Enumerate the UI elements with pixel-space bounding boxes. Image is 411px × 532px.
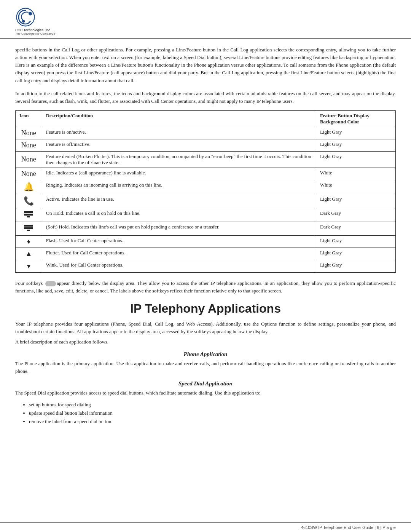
bullet-item: remove the label from a speed dial butto… [29,417,396,426]
table-desc-cell: Flash. Used for Call Center operations. [42,235,316,248]
table-icon-cell: ▲ [16,248,42,260]
table-header-description: Description/Condition [42,110,316,127]
logo-icon [15,7,36,27]
table-desc-cell: (Soft) Hold. Indicates this line's call … [42,222,316,235]
phone-app-title: Phone Application [15,351,396,358]
table-icon-cell: None [16,168,42,180]
hold-icon [23,212,34,219]
intro-paragraph-2: In addition to the call-related icons an… [15,90,396,105]
table-desc-cell: Feature is on/active. [42,127,316,139]
table-row: On Hold. Indicates a call is on hold on … [16,208,396,222]
section-intro: Your IP telephone provides four applicat… [15,320,396,335]
table-row: None Idle. Indicates a (call appearance)… [16,168,396,180]
table-color-cell: Light Gray [316,151,395,168]
svg-rect-6 [24,225,33,227]
svg-rect-8 [27,230,30,231]
table-color-cell: Light Gray [316,127,395,139]
speed-dial-bullets: set up buttons for speed dialing update … [29,401,396,426]
svg-rect-5 [27,216,30,217]
table-color-cell: Light Gray [316,139,395,151]
flutter-icon: ▲ [25,250,32,257]
wink-icon: ▾ [27,262,30,270]
table-row: (Soft) Hold. Indicates this line's call … [16,222,396,235]
page: CCC Technologies, Inc. The Convergence C… [0,0,411,532]
table-icon-cell [16,208,42,222]
table-row: 📞 Active. Indicates the line is in use. … [16,194,396,208]
softkey-paragraph: Four softkeys appear directly below the … [15,280,396,295]
table-color-cell: Dark Gray [316,208,395,222]
softkey-button-icon [45,281,56,286]
svg-point-2 [22,20,25,22]
logo-area: CCC Technologies, Inc. The Convergence C… [15,7,56,35]
footer-text: 4610SW IP Telephone End User Guide | 6 |… [301,525,396,530]
intro-paragraph-1: specific buttons in the Call Log or othe… [15,46,396,85]
table-desc-cell: Active. Indicates the line is in use. [42,194,316,208]
main-content: specific buttons in the Call Log or othe… [0,39,411,522]
table-desc-cell: Wink. Used for Call Center operations. [42,260,316,272]
bullet-item: update speed dial button label informati… [29,409,396,417]
phone-app-text: The Phone application is the primary app… [15,360,396,375]
table-icon-cell: 🔔 [16,180,42,194]
svg-rect-4 [24,214,33,216]
table-desc-cell: On Hold. Indicates a call is on hold on … [42,208,316,222]
table-icon-cell [16,222,42,235]
phone-active-icon: 📞 [24,196,34,206]
table-color-cell: Light Gray [316,194,395,208]
table-row: None Feature is on/active. Light Gray [16,127,396,139]
svg-rect-3 [24,211,33,213]
speed-dial-app-title: Speed Dial Application [15,380,396,387]
table-color-cell: Light Gray [316,260,395,272]
table-color-cell: White [316,180,395,194]
table-color-cell: Light Gray [316,235,395,248]
table-icon-cell: ▾ [16,260,42,272]
speed-dial-application-section: Speed Dial Application The Speed Dial ap… [15,380,396,426]
feature-table: Icon Description/Condition Feature Butto… [15,110,396,273]
soft-hold-icon [23,225,34,233]
diamond-icon: ♦ [27,238,30,245]
phone-application-section: Phone Application The Phone application … [15,351,396,375]
table-desc-cell: Feature denied (Broken Flutter). This is… [42,151,316,168]
table-row: ▾ Wink. Used for Call Center operations.… [16,260,396,272]
table-row: None Feature is off/inactive. Light Gray [16,139,396,151]
section-title: IP Telephony Applications [15,302,396,316]
svg-point-1 [29,12,32,16]
logo-tagline: The Convergence Company's [15,32,56,35]
table-color-cell: Light Gray [316,248,395,260]
svg-rect-7 [24,227,33,229]
table-desc-cell: Feature is off/inactive. [42,139,316,151]
speed-dial-app-text: The Speed Dial application provides acce… [15,389,396,397]
table-icon-cell: None [16,139,42,151]
table-icon-cell: ♦ [16,235,42,248]
page-header: CCC Technologies, Inc. The Convergence C… [0,0,411,39]
table-desc-cell: Ringing. Indicates an incoming call is a… [42,180,316,194]
table-row: ▲ Flutter. Used for Call Center operatio… [16,248,396,260]
table-header-color: Feature Button DisplayBackground Color [316,110,395,127]
table-desc-cell: Idle. Indicates a (call appearance) line… [42,168,316,180]
table-icon-cell: 📞 [16,194,42,208]
table-row: 🔔 Ringing. Indicates an incoming call is… [16,180,396,194]
page-footer: 4610SW IP Telephone End User Guide | 6 |… [0,522,411,532]
table-row: None Feature denied (Broken Flutter). Th… [16,151,396,168]
logo-company-name: CCC Technologies, Inc. [15,28,51,32]
table-header-icon: Icon [16,110,42,127]
svg-point-0 [17,8,35,26]
table-icon-cell: None [16,127,42,139]
table-icon-cell: None [16,151,42,168]
table-color-cell: Dark Gray [316,222,395,235]
section-brief: A brief description of each application … [15,338,396,346]
table-color-cell: White [316,168,395,180]
bullet-item: set up buttons for speed dialing [29,401,396,409]
table-desc-cell: Flutter. Used for Call Center operations… [42,248,316,260]
bell-icon: 🔔 [24,182,34,192]
table-row: ♦ Flash. Used for Call Center operations… [16,235,396,248]
